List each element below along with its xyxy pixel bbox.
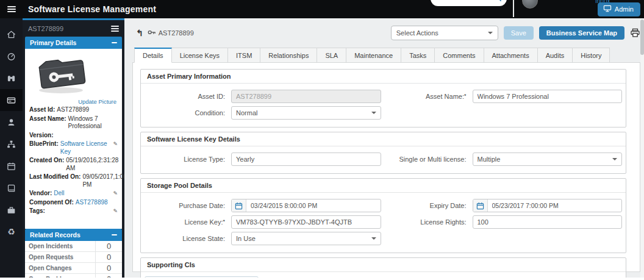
- select-actions-dropdown[interactable]: Select Actions: [391, 26, 498, 40]
- license-rights-field[interactable]: [473, 215, 623, 229]
- section-software-license-key-details: Software License Key Details License Typ…: [140, 132, 626, 174]
- required-marker: *: [464, 93, 467, 99]
- supporting-ci-chip[interactable]: Microsoft Windows 7 Professional: [145, 276, 259, 278]
- print-icon[interactable]: [630, 28, 640, 38]
- rail-asset-card-icon[interactable]: [0, 89, 23, 111]
- chevron-down-icon: [371, 112, 376, 114]
- field-vendor: Vendor: Dell ✎: [29, 190, 118, 198]
- admin-button[interactable]: Admin: [598, 2, 640, 16]
- tab-attachments[interactable]: Attachments: [484, 48, 538, 63]
- global-search[interactable]: [431, 0, 507, 6]
- header-divider: [513, 0, 514, 17]
- expiry-date-label: Expiry Date:: [386, 202, 473, 209]
- rail-org-chart-icon[interactable]: [0, 133, 23, 155]
- open-requests-count[interactable]: 0: [95, 252, 122, 262]
- asset-picture: [33, 54, 89, 98]
- save-button[interactable]: Save: [504, 26, 534, 40]
- asset-panel: AST278899 Primary Details: [23, 18, 124, 278]
- asset-id-field: [231, 90, 381, 103]
- condition-select[interactable]: Normal: [231, 106, 381, 120]
- expiry-date-field: [473, 199, 623, 212]
- rail-recycle-icon[interactable]: ♻: [0, 221, 23, 243]
- purchase-date-input[interactable]: [246, 202, 381, 209]
- admin-button-label: Admin: [615, 5, 634, 13]
- menu-icon[interactable]: [0, 5, 23, 13]
- edit-pencil-icon[interactable]: ✎: [113, 190, 118, 198]
- related-records-title: Related Records: [30, 231, 80, 239]
- required-marker: *: [223, 218, 225, 224]
- open-changes-count[interactable]: 0: [95, 263, 122, 273]
- field-component-of: Component Of: AST278898: [29, 199, 118, 207]
- primary-details-title: Primary Details: [30, 39, 76, 46]
- tab-details[interactable]: Details: [134, 48, 172, 63]
- primary-details-card: Update Picture Asset Id: AST278899 Asset…: [25, 49, 122, 229]
- edit-pencil-icon[interactable]: ✎: [113, 207, 118, 215]
- license-rights-label: License Rights:: [386, 218, 473, 226]
- chevron-down-icon: [488, 32, 493, 34]
- update-picture-link[interactable]: Update Picture: [78, 98, 116, 105]
- search-icon[interactable]: [494, 0, 502, 4]
- calendar-icon[interactable]: [232, 199, 246, 212]
- tab-comments[interactable]: Comments: [435, 48, 484, 63]
- field-last-modified: Last Modified On: 09/05/2017,1:00:06 PM: [29, 173, 118, 188]
- rail-calendar-icon[interactable]: [0, 155, 23, 177]
- rail-home-icon[interactable]: [0, 23, 23, 45]
- table-row: Open Problems0: [25, 274, 122, 278]
- rail-book-icon[interactable]: [0, 177, 23, 199]
- license-key-field[interactable]: [231, 215, 381, 229]
- license-key-label: License Key:*: [145, 218, 231, 226]
- calendar-icon[interactable]: [473, 199, 488, 212]
- rail-briefcase-icon[interactable]: [0, 199, 23, 221]
- asset-panel-menu-icon[interactable]: [111, 24, 119, 33]
- scrollbar[interactable]: [640, 18, 644, 278]
- license-type-label: License Type:: [145, 156, 231, 163]
- top-header: Software License Management Inbox Admin: [0, 0, 644, 18]
- tab-itsm[interactable]: ITSM: [228, 48, 260, 63]
- rail-user-icon[interactable]: [0, 111, 23, 133]
- related-records-header[interactable]: Related Records: [25, 229, 122, 241]
- open-incidents-count[interactable]: 0: [95, 241, 122, 251]
- tab-maintenance[interactable]: Maintenance: [346, 48, 401, 63]
- asset-name-field[interactable]: [473, 90, 623, 103]
- tab-audits[interactable]: Audits: [538, 48, 573, 63]
- app-title: Software License Management: [28, 4, 156, 14]
- record-toolbar: ↰ AST278899 Select Actions Save Business…: [132, 24, 640, 41]
- expiry-date-input[interactable]: [488, 202, 622, 209]
- back-arrow-icon[interactable]: ↰: [136, 29, 143, 37]
- record-tabs: Details License Keys ITSM Relationships …: [132, 48, 640, 63]
- business-service-map-button[interactable]: Business Service Map: [539, 26, 624, 40]
- component-of-link[interactable]: AST278898: [76, 199, 108, 207]
- section-supporting-cis: Supporting CIs Microsoft Windows 7 Profe…: [140, 257, 626, 278]
- table-row: Open Incidents0: [25, 241, 122, 252]
- license-state-select[interactable]: In Use: [231, 232, 381, 245]
- blueprint-link[interactable]: Software License Key: [60, 140, 113, 156]
- table-row: Open Changes0: [25, 263, 122, 274]
- section-asset-primary-information: Asset Primary Information Asset ID: Cond…: [140, 69, 626, 127]
- search-input[interactable]: [442, 0, 494, 2]
- asset-panel-record-id: AST278899: [28, 25, 63, 32]
- tab-license-keys[interactable]: License Keys: [172, 48, 228, 63]
- license-state-label: License State:: [145, 235, 231, 242]
- table-row: Open Requests0: [25, 252, 122, 263]
- tab-tasks[interactable]: Tasks: [401, 48, 435, 63]
- related-records-table: Open Incidents0 Open Requests0 Open Chan…: [25, 241, 122, 278]
- edit-pencil-icon[interactable]: ✎: [113, 140, 118, 148]
- license-type-field[interactable]: [231, 153, 381, 166]
- purchase-date-label: Purchase Date:: [145, 202, 231, 209]
- asset-id-label: Asset ID:: [145, 93, 231, 100]
- chevron-down-icon: [612, 158, 617, 160]
- section-storage-pool-details: Storage Pool Details Purchase Date:: [140, 178, 626, 253]
- tab-history[interactable]: History: [573, 48, 610, 63]
- tab-sla[interactable]: SLA: [317, 48, 346, 63]
- purchase-date-field: [231, 199, 381, 212]
- tab-relationships[interactable]: Relationships: [260, 48, 317, 63]
- open-problems-count[interactable]: 0: [95, 274, 122, 278]
- primary-details-header[interactable]: Primary Details: [25, 37, 122, 49]
- single-or-multi-select[interactable]: Multiple: [473, 153, 623, 166]
- avatar[interactable]: [522, 0, 538, 9]
- asset-name-label: Asset Name:*: [386, 93, 473, 100]
- vendor-link[interactable]: Dell: [54, 190, 64, 198]
- rail-search-binoculars-icon[interactable]: [0, 67, 23, 89]
- condition-label: Condition:: [145, 109, 231, 117]
- rail-dashboard-icon[interactable]: [0, 45, 23, 67]
